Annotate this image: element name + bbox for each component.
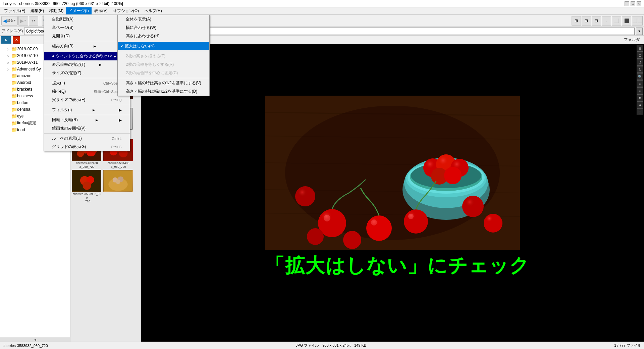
up-button[interactable]: ↑ ▼ — [29, 16, 38, 26]
right-tool-2[interactable]: ⊡ — [637, 52, 643, 59]
left-scroll-left[interactable]: ◀ — [0, 337, 70, 342]
status-fileinfo: JPG ファイル 960 x 631 x 24bit 149 KB — [296, 343, 366, 348]
folder-icon: 📁 — [11, 46, 17, 52]
leeyes-logo: L — [1, 36, 11, 44]
menu-item-single[interactable]: 単ページ(S) — [44, 23, 130, 32]
fit-window-submenu[interactable]: 全体を表示(A) 幅に合わせる(W) 高さにあわせる(H) ✓ 拡大はしない(N… — [117, 15, 210, 96]
menu-file[interactable]: ファイル(F) — [1, 7, 28, 14]
right-tool-1[interactable]: ⊞ — [637, 45, 643, 52]
view-btn-2[interactable]: ⊡ — [582, 16, 591, 26]
folder-icon: 📁 — [11, 100, 17, 105]
svg-point-78 — [366, 215, 392, 241]
folder-icon: 📁 — [11, 107, 17, 112]
right-tool-4[interactable]: ↻ — [637, 66, 643, 73]
svg-point-89 — [307, 228, 324, 245]
folder-icon: 📁 — [11, 87, 17, 92]
overlay-text: 「拡大はしない」にチェック — [265, 250, 520, 282]
svg-point-84 — [295, 186, 315, 206]
svg-point-82 — [408, 214, 414, 219]
view-btn-1[interactable]: ⊞ — [572, 16, 581, 26]
menu-item-direction[interactable]: 組み方向(B) ▶ — [44, 42, 130, 50]
folder-icon: 📁 — [11, 93, 17, 99]
right-tool-10[interactable]: ⊞ — [637, 108, 643, 115]
menu-item-zoom-in[interactable]: 拡大(L) Ctrl+Space — [44, 79, 130, 87]
fit-height[interactable]: 高さにあわせる(H) — [118, 32, 209, 40]
titlebar: Leeyes - cherries-3583932_960_720.jpg (9… — [0, 0, 644, 7]
fit-align-height[interactable]: 2枚の高さを揃える(T) — [118, 52, 209, 60]
minimize-button[interactable]: ─ — [625, 1, 629, 6]
thumb-row-5: cherries-3583932_960_720 — [72, 170, 139, 203]
fit-all[interactable]: 全体を表示(A) — [118, 15, 209, 23]
right-tool-6[interactable]: ⊕ — [637, 80, 643, 87]
fit-equal-zoom[interactable]: 2枚の倍率を等しくする(R) — [118, 60, 209, 69]
right-tool-3[interactable]: ↺ — [637, 59, 643, 66]
svg-point-76 — [324, 215, 330, 221]
fit-height-gt-width[interactable]: 高さ＞幅の時は高さの1/2を基準にする(V) — [118, 79, 209, 87]
stop-button[interactable]: ✕ — [13, 36, 20, 44]
image-area: ⊞ ⊡ ↺ ↻ 🔍 ⊕ ⊖ ⇔ ⇕ ⊞ — [141, 44, 644, 342]
menu-item-auto[interactable]: 自動判定(A) — [44, 15, 130, 23]
svg-point-86 — [462, 196, 484, 217]
svg-point-46 — [83, 182, 91, 190]
view-btn-6[interactable]: ⬛ — [622, 16, 631, 26]
folder-icon: 📁 — [11, 127, 17, 133]
right-tool-7[interactable]: ⊖ — [637, 87, 643, 94]
menu-item-filter[interactable]: フィルタ(I) ▶ — [44, 106, 130, 114]
menu-view[interactable]: 表示(V) — [92, 7, 110, 14]
menu-move[interactable]: 移動(M) — [47, 7, 66, 14]
svg-point-51 — [116, 180, 120, 184]
view-btn-3[interactable]: ⊟ — [592, 16, 601, 26]
fit-no-zoom[interactable]: ✓ 拡大はしない(N) — [118, 42, 209, 50]
menu-item-rotate[interactable]: 回転・反転(R) ▶ — [44, 116, 130, 124]
separator-3 — [44, 78, 130, 78]
svg-point-88 — [484, 214, 502, 233]
statusbar: cherries-3583932_960_720 JPG ファイル 960 x … — [0, 342, 644, 349]
menu-item-actual-size[interactable]: 実サイズで表示(F) Ctrl+Q — [44, 96, 130, 104]
separator-5 — [44, 115, 130, 115]
view-btn-5[interactable]: ⬜ — [612, 16, 621, 26]
menu-options[interactable]: オプション(O) — [110, 7, 142, 14]
view-btn-4[interactable]: · — [602, 16, 611, 26]
folder-icon: 📁 — [11, 53, 17, 58]
menu-item-size-spec[interactable]: サイズの指定(Z)... — [44, 69, 130, 77]
svg-point-79 — [371, 219, 377, 226]
menu-item-fit-window[interactable]: ● ウィンドウに合わせる(W) Ctrl+M ▶ — [44, 52, 130, 60]
menu-item-spread[interactable]: 見開き(D) — [44, 32, 130, 40]
forward-button[interactable]: ▶ ▼ — [18, 16, 28, 26]
folder-icon: 📁 — [11, 120, 17, 126]
address-dropdown-btn[interactable]: ▼ — [636, 28, 643, 35]
menu-item-grid[interactable]: グリッドの表示(G) Ctrl+G — [44, 143, 130, 151]
menu-item-loupe[interactable]: ルーペの表示(U) Ctrl+L — [44, 134, 130, 143]
fit-sep-1 — [118, 41, 209, 41]
menu-item-mirror-rotate[interactable]: 鏡画像のみ回転(V) — [44, 124, 130, 133]
fit-height-lt-width[interactable]: 高さ＜幅の時は幅の1/2を基準にする(D) — [118, 87, 209, 96]
image-menu[interactable]: 自動判定(A) 単ページ(S) 見開き(D) 組み方向(B) ▶ ● ウィンドウ… — [44, 15, 130, 151]
fit-width[interactable]: 幅に合わせる(W) — [118, 23, 209, 32]
right-tool-9[interactable]: ⇕ — [637, 101, 643, 108]
folder-icon: 📁 — [11, 80, 17, 85]
thumb-item-10[interactable] — [103, 170, 133, 203]
separator-2 — [44, 51, 130, 51]
menu-help[interactable]: ヘルプ(H) — [142, 7, 165, 14]
status-pageinfo: 1 / 777 ファイル — [614, 343, 641, 348]
maximize-button[interactable]: □ — [631, 1, 635, 6]
menu-edit[interactable]: 編集(E) — [28, 7, 47, 14]
view-btn-7[interactable]: ⬜⬜ — [632, 16, 643, 26]
back-button[interactable]: ◀ 戻る ▼ — [1, 16, 18, 26]
menu-item-zoom-spec[interactable]: 表示倍率の指定(T) ▶ — [44, 60, 130, 69]
right-tool-5[interactable]: 🔍 — [637, 73, 643, 80]
thumb-item-9[interactable]: cherries-3583932_960_720 — [72, 170, 102, 203]
titlebar-controls[interactable]: ─ □ ✕ — [625, 1, 641, 6]
menu-image[interactable]: イメージ(I) — [66, 7, 91, 14]
titlebar-title: Leeyes - cherries-3583932_960_720.jpg (9… — [3, 1, 123, 6]
menu-item-zoom-out[interactable]: 縮小(Q) Shift+Ctrl+Space — [44, 87, 130, 96]
svg-point-90 — [343, 231, 361, 249]
address-label: アドレス(A) — [1, 28, 23, 34]
right-tool-8[interactable]: ⇔ — [637, 94, 643, 101]
menubar: ファイル(F) 編集(E) 移動(M) イメージ(I) 表示(V) オプション(… — [0, 7, 644, 15]
svg-point-73 — [444, 167, 462, 184]
close-button[interactable]: ✕ — [637, 1, 641, 6]
folder-label: フォルダ — [621, 36, 643, 43]
folder-icon: 📁 — [11, 66, 17, 72]
fit-center-join[interactable]: 2枚の結合部を中心に固定(C) — [118, 69, 209, 77]
